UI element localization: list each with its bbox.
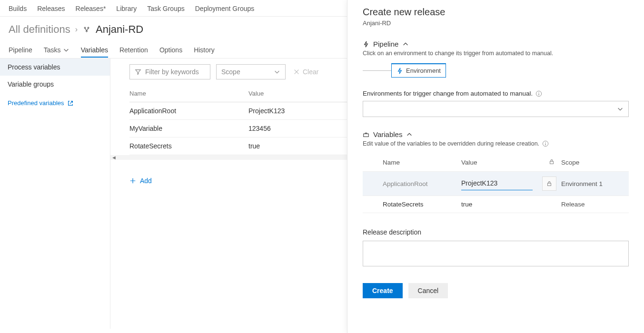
pipeline-visualization: Environment xyxy=(363,63,629,78)
chevron-up-icon xyxy=(402,41,409,48)
environment-card[interactable]: Environment xyxy=(391,63,446,78)
header-lock xyxy=(542,158,561,166)
panel-title: Create new release xyxy=(363,7,629,18)
pipeline-section-header[interactable]: Pipeline xyxy=(363,40,629,48)
tab-options[interactable]: Options xyxy=(159,42,182,58)
info-icon[interactable] xyxy=(535,90,542,97)
variables-sidebar: Process variables Variable groups Predef… xyxy=(0,59,110,329)
cancel-button[interactable]: Cancel xyxy=(408,283,448,298)
tab-retention[interactable]: Retention xyxy=(119,42,148,58)
breadcrumb-definition-name: Anjani-RD xyxy=(96,23,143,36)
scope-label: Scope xyxy=(221,68,240,76)
variables-section-header[interactable]: Variables xyxy=(363,130,629,138)
panel-var-scope: Release xyxy=(561,201,629,208)
svg-point-0 xyxy=(84,27,86,29)
scroll-left-icon: ◄ xyxy=(111,155,117,160)
filter-icon xyxy=(135,69,141,75)
nav-builds[interactable]: Builds xyxy=(9,5,27,12)
var-name: ApplicationRoot xyxy=(129,107,248,115)
pipeline-section-desc: Click on an environment to change its tr… xyxy=(363,50,629,57)
bolt-icon xyxy=(396,68,403,74)
nav-task-groups[interactable]: Task Groups xyxy=(147,5,185,12)
sidebar-predefined-variables-link[interactable]: Predefined variables xyxy=(0,93,110,113)
tab-tasks-label: Tasks xyxy=(44,46,61,54)
panel-var-scope: Environment 1 xyxy=(561,180,629,187)
lock-icon xyxy=(546,180,553,187)
environments-dropdown[interactable] xyxy=(363,101,629,117)
panel-variable-row[interactable]: RotateSecrets true Release xyxy=(363,196,629,213)
tab-pipeline[interactable]: Pipeline xyxy=(9,42,32,58)
header-value: Value xyxy=(461,159,542,166)
sidebar-variable-groups[interactable]: Variable groups xyxy=(0,76,110,93)
var-name: RotateSecrets xyxy=(129,142,248,150)
svg-point-2 xyxy=(86,30,88,32)
variables-section-desc-text: Edit value of the variables to be overri… xyxy=(363,140,539,147)
chevron-down-icon xyxy=(63,47,69,53)
panel-variable-row[interactable]: ApplicationRoot Environment 1 xyxy=(363,172,629,196)
chevron-down-icon xyxy=(617,106,624,112)
nav-releases-star[interactable]: Releases* xyxy=(76,5,106,12)
create-release-panel: Create new release Anjani-RD Pipeline Cl… xyxy=(347,0,644,333)
create-button[interactable]: Create xyxy=(363,283,403,298)
breadcrumb-all-definitions[interactable]: All definitions xyxy=(9,23,70,36)
close-icon xyxy=(293,69,300,75)
release-definition-icon xyxy=(82,25,91,34)
panel-var-name: RotateSecrets xyxy=(383,201,461,208)
header-name: Name xyxy=(383,159,461,166)
variables-section-desc: Edit value of the variables to be overri… xyxy=(363,140,629,147)
environments-field-text: Environments for trigger change from aut… xyxy=(363,90,533,97)
environments-field-label: Environments for trigger change from aut… xyxy=(363,90,629,97)
svg-rect-9 xyxy=(548,183,551,186)
sidebar-process-variables[interactable]: Process variables xyxy=(0,59,110,76)
svg-point-7 xyxy=(545,142,545,143)
clear-label: Clear xyxy=(303,68,318,76)
var-name: MyVariable xyxy=(129,125,248,132)
bolt-icon xyxy=(363,41,369,48)
nav-deployment-groups[interactable]: Deployment Groups xyxy=(195,5,255,12)
nav-library[interactable]: Library xyxy=(116,5,137,12)
predefined-variables-label: Predefined variables xyxy=(8,99,64,107)
pipeline-connector xyxy=(363,70,391,71)
add-label: Add xyxy=(140,177,152,185)
pipeline-heading-label: Pipeline xyxy=(373,40,398,48)
chevron-up-icon xyxy=(406,131,413,138)
header-scope: Scope xyxy=(561,159,629,166)
environment-card-label: Environment xyxy=(406,67,441,74)
svg-rect-8 xyxy=(550,161,554,164)
lock-toggle[interactable] xyxy=(542,176,556,191)
tab-history[interactable]: History xyxy=(194,42,215,58)
panel-var-value: true xyxy=(461,201,542,208)
plus-icon xyxy=(129,177,136,184)
release-description-input[interactable] xyxy=(363,241,629,266)
filter-input[interactable]: Filter by keywords xyxy=(129,64,210,79)
panel-variables-header: Name Value Scope xyxy=(363,154,629,172)
variables-heading-label: Variables xyxy=(373,130,402,138)
header-name: Name xyxy=(129,90,248,97)
panel-var-name: ApplicationRoot xyxy=(383,180,461,187)
clear-button[interactable]: Clear xyxy=(293,68,318,76)
svg-rect-5 xyxy=(364,134,369,137)
panel-var-value-input[interactable] xyxy=(461,177,533,190)
external-link-icon xyxy=(67,100,74,107)
filter-placeholder: Filter by keywords xyxy=(145,68,199,76)
lock-icon xyxy=(548,158,555,165)
chevron-down-icon xyxy=(274,69,280,75)
scope-dropdown[interactable]: Scope xyxy=(216,64,286,79)
panel-subtitle: Anjani-RD xyxy=(363,20,629,27)
tab-tasks[interactable]: Tasks xyxy=(44,42,69,58)
release-description-label: Release description xyxy=(363,228,629,236)
svg-point-4 xyxy=(538,92,539,92)
info-icon[interactable] xyxy=(542,140,549,147)
nav-releases[interactable]: Releases xyxy=(37,5,65,12)
svg-point-1 xyxy=(88,27,89,29)
tab-variables[interactable]: Variables xyxy=(81,42,108,58)
chevron-right-icon: › xyxy=(75,25,78,34)
toolbox-icon xyxy=(363,131,369,138)
